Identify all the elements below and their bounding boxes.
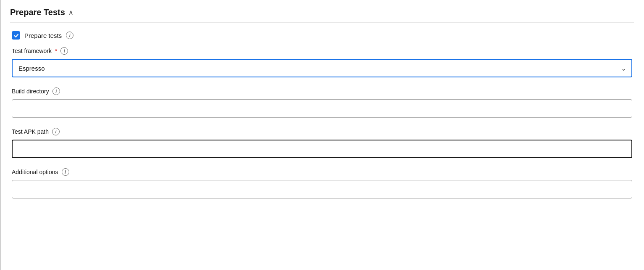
- test-apk-path-label-row: Test APK path i: [12, 128, 632, 135]
- test-framework-label-row: Test framework * i: [12, 47, 632, 55]
- additional-options-label: Additional options: [12, 169, 58, 175]
- test-framework-select-wrapper: Espresso XCTest UIAutomator Robolectric …: [12, 59, 632, 77]
- check-icon: [13, 33, 19, 38]
- form-section: Prepare tests i Test framework * i Espre…: [10, 31, 634, 199]
- collapse-chevron-icon[interactable]: ∧: [68, 8, 73, 16]
- test-framework-label: Test framework: [12, 48, 52, 54]
- prepare-tests-info-icon[interactable]: i: [66, 32, 73, 39]
- build-directory-label: Build directory: [12, 88, 49, 95]
- test-framework-field-group: Test framework * i Espresso XCTest UIAut…: [12, 47, 632, 77]
- required-indicator: *: [55, 48, 57, 54]
- build-directory-input[interactable]: [12, 99, 632, 118]
- test-framework-info-icon[interactable]: i: [60, 47, 68, 55]
- additional-options-info-icon[interactable]: i: [62, 168, 69, 176]
- test-apk-path-input[interactable]: [12, 140, 632, 158]
- left-border: [0, 0, 1, 270]
- test-apk-path-field-group: Test APK path i: [12, 128, 632, 158]
- content: Prepare Tests ∧ Prepare tests i Test fra…: [0, 0, 644, 219]
- build-directory-label-row: Build directory i: [12, 87, 632, 95]
- additional-options-input[interactable]: [12, 180, 632, 199]
- page-title: Prepare Tests: [10, 8, 65, 17]
- build-directory-field-group: Build directory i: [12, 87, 632, 118]
- prepare-tests-row: Prepare tests i: [12, 31, 632, 40]
- additional-options-label-row: Additional options i: [12, 168, 632, 176]
- prepare-tests-checkbox[interactable]: [12, 31, 20, 40]
- prepare-tests-label: Prepare tests: [24, 32, 62, 39]
- test-framework-select[interactable]: Espresso XCTest UIAutomator Robolectric: [12, 59, 632, 77]
- additional-options-field-group: Additional options i: [12, 168, 632, 199]
- build-directory-info-icon[interactable]: i: [52, 87, 60, 95]
- page-wrapper: Prepare Tests ∧ Prepare tests i Test fra…: [0, 0, 644, 270]
- test-apk-path-label: Test APK path: [12, 128, 49, 135]
- section-header: Prepare Tests ∧: [10, 8, 634, 23]
- test-apk-path-info-icon[interactable]: i: [52, 128, 60, 135]
